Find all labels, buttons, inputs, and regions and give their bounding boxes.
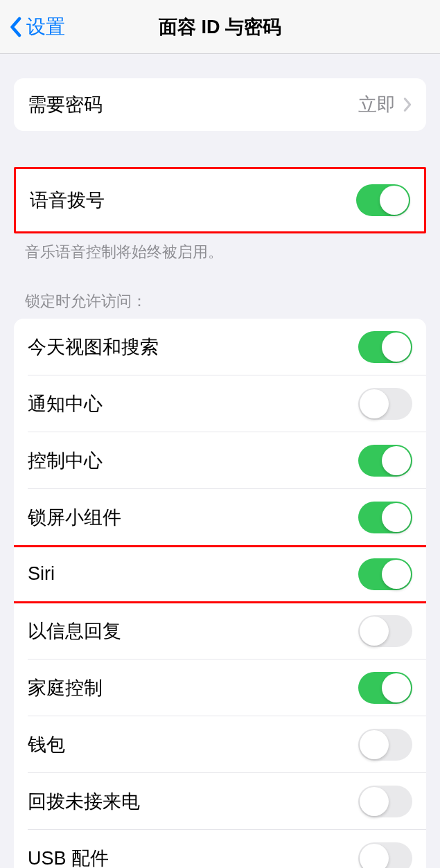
- usb-accessories-row: USB 配件: [14, 830, 426, 868]
- require-passcode-label: 需要密码: [28, 92, 103, 117]
- reply-with-message-row: 以信息回复: [14, 603, 426, 659]
- control-center-label: 控制中心: [28, 448, 103, 473]
- notification-center-row: 通知中心: [14, 375, 426, 432]
- require-passcode-row[interactable]: 需要密码 立即: [14, 78, 426, 131]
- siri-row: Siri: [14, 546, 426, 603]
- return-missed-calls-row: 回拨未接来电: [14, 773, 426, 830]
- lock-screen-widgets-row: 锁屏小组件: [14, 489, 426, 546]
- reply-with-message-toggle[interactable]: [358, 615, 412, 647]
- require-passcode-value: 立即: [358, 92, 396, 117]
- voice-dial-label: 语音拨号: [30, 188, 105, 213]
- reply-with-message-label: 以信息回复: [28, 619, 121, 644]
- wallet-row: 钱包: [14, 716, 426, 773]
- siri-label: Siri: [28, 563, 55, 585]
- siri-toggle[interactable]: [358, 558, 412, 590]
- chevron-right-icon: [403, 97, 412, 112]
- return-missed-calls-toggle[interactable]: [358, 786, 412, 817]
- notification-center-label: 通知中心: [28, 391, 103, 416]
- home-control-toggle[interactable]: [358, 672, 412, 704]
- usb-accessories-label: USB 配件: [28, 846, 109, 868]
- lock-screen-widgets-label: 锁屏小组件: [28, 505, 121, 530]
- notification-center-toggle[interactable]: [358, 388, 412, 420]
- today-view-toggle[interactable]: [358, 331, 412, 363]
- toggle-knob: [380, 186, 409, 215]
- voice-dial-highlight: 语音拨号: [14, 167, 426, 233]
- locked-access-header: 锁定时允许访问：: [0, 284, 440, 319]
- usb-accessories-toggle[interactable]: [358, 842, 412, 868]
- chevron-left-icon: [8, 17, 22, 37]
- voice-dial-toggle[interactable]: [356, 184, 410, 216]
- today-view-label: 今天视图和搜索: [28, 335, 159, 360]
- wallet-label: 钱包: [28, 732, 65, 757]
- return-missed-calls-label: 回拨未接来电: [28, 789, 140, 814]
- navigation-bar: 设置 面容 ID 与密码: [0, 0, 440, 54]
- home-control-row: 家庭控制: [14, 659, 426, 716]
- home-control-label: 家庭控制: [28, 675, 103, 700]
- wallet-toggle[interactable]: [358, 729, 412, 761]
- require-passcode-group: 需要密码 立即: [14, 78, 426, 131]
- page-title: 面容 ID 与密码: [159, 15, 281, 39]
- voice-dial-row: 语音拨号: [16, 169, 424, 231]
- control-center-toggle[interactable]: [358, 445, 412, 477]
- back-label: 设置: [26, 14, 65, 40]
- locked-access-group: 今天视图和搜索 通知中心 控制中心 锁屏小组件 Siri 以信息回复 家庭控制: [14, 319, 426, 868]
- back-button[interactable]: 设置: [8, 14, 65, 40]
- today-view-row: 今天视图和搜索: [14, 319, 426, 375]
- lock-screen-widgets-toggle[interactable]: [358, 502, 412, 533]
- control-center-row: 控制中心: [14, 432, 426, 489]
- voice-dial-footer: 音乐语音控制将始终被启用。: [0, 233, 440, 272]
